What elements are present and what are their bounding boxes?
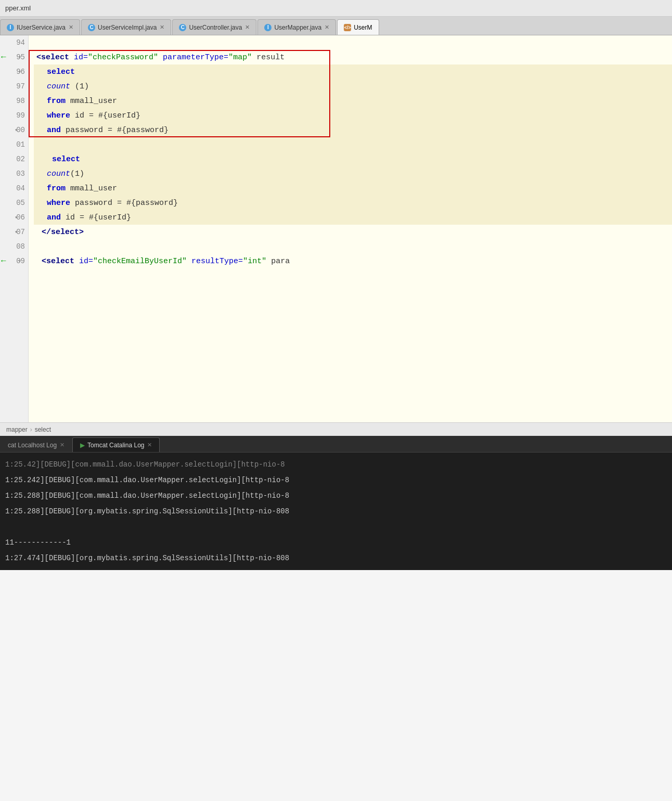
- breadcrumb-sep: ›: [30, 426, 32, 433]
- editor-area: 94 ← ▾ 95 ▾ 96 97 98 99: [0, 35, 672, 436]
- code-line-98: from mmall_user: [34, 94, 672, 108]
- kw-select-102: select: [52, 155, 80, 164]
- tab-icon-userserviceimpl: C: [88, 24, 95, 31]
- attr-result-109: resultType=: [191, 257, 243, 266]
- tab-bar: I IUserService.java ✕ C UserServiceImpl.…: [0, 17, 672, 35]
- play-icon-catalina: ▶: [80, 442, 85, 449]
- kw-count-97: count: [47, 82, 70, 91]
- arrow-109: ←: [1, 256, 6, 266]
- code-line-97: count (1): [34, 79, 672, 94]
- tab-catalina-log-close[interactable]: ✕: [147, 442, 152, 448]
- line-row-104: 04: [0, 181, 28, 196]
- code-line-103: count (1): [34, 166, 672, 181]
- line-row-96: ▾ 96: [0, 64, 28, 79]
- kw-select-96: select: [47, 68, 75, 76]
- code-line-96: select: [34, 64, 672, 79]
- title-text: pper.xml: [5, 4, 31, 12]
- log-line-1: 1:25.242][DEBUG][com.mmall.dao.UserMappe…: [5, 472, 667, 488]
- tab-label-usermapper: UserMapper.java: [274, 24, 321, 31]
- fold-106[interactable]: ▾: [15, 214, 18, 221]
- breadcrumb-bar: mapper › select: [0, 422, 672, 436]
- code-line-94: [34, 35, 672, 50]
- kw-where-99: where: [47, 111, 70, 120]
- tab-label-iuserservice: IUserService.java: [17, 24, 66, 31]
- fold-107[interactable]: ▾: [15, 229, 18, 235]
- log-line-4: 1:27.474][DEBUG][org.mybatis.spring.SqlS…: [5, 550, 667, 566]
- line-num-108: 08: [16, 242, 25, 251]
- kw-where-105: where: [47, 199, 70, 208]
- breadcrumb-mapper: mapper: [6, 426, 28, 433]
- tab-close-usermapper[interactable]: ✕: [325, 24, 329, 31]
- tab-icon-iuserservice: I: [7, 24, 14, 31]
- log-line-2: 1:25.288][DEBUG][com.mmall.dao.UserMappe…: [5, 488, 667, 503]
- line-row-95: ← ▾ 95: [0, 50, 28, 64]
- line-num-102: 02: [16, 155, 25, 163]
- code-container: 94 ← ▾ 95 ▾ 96 97 98 99: [0, 35, 672, 422]
- fold-95[interactable]: ▾: [18, 54, 21, 60]
- line-row-101: 01: [0, 137, 28, 152]
- log-line-0: 1:25.42][DEBUG][com.mmall.dao.UserMapper…: [5, 457, 667, 472]
- code-line-99: where id = #{userId}: [34, 108, 672, 123]
- line-row-108: 08: [0, 239, 28, 254]
- line-row-100: ▾ 00: [0, 123, 28, 137]
- log-content: 1:25.42][DEBUG][com.mmall.dao.UserMapper…: [0, 453, 672, 570]
- code-line-107: </select>: [34, 225, 672, 239]
- line-row-99: 99: [0, 108, 28, 123]
- code-line-102: select: [34, 152, 672, 166]
- fold-96[interactable]: ▾: [18, 69, 21, 75]
- tag-open-95: <select: [36, 53, 69, 62]
- tab-label-usermxml: UserM: [354, 24, 372, 31]
- line-row-106: ▾ 06: [0, 210, 28, 225]
- tab-catalina-log-label: Tomcat Catalina Log: [87, 442, 144, 449]
- kw-from-98: from: [47, 97, 66, 106]
- title-bar: pper.xml: [0, 0, 672, 17]
- code-line-95: <select id="checkPassword" parameterType…: [34, 50, 672, 64]
- attr-paramtype-95: parameterType=: [163, 53, 228, 62]
- kw-count-103: count: [47, 170, 70, 178]
- log-line-separator: 11------------1: [5, 535, 667, 550]
- code-line-101: [34, 137, 672, 152]
- line-num-97: 97: [16, 82, 25, 91]
- line-row-97: 97: [0, 79, 28, 94]
- code-line-109: <select id="checkEmailByUserId" resultTy…: [34, 254, 672, 268]
- line-num-105: 05: [16, 199, 25, 207]
- tab-label-usercontroller: UserController.java: [189, 24, 242, 31]
- kw-from-104: from: [47, 184, 66, 193]
- tab-localhost-log-label: cat Localhost Log: [8, 442, 57, 449]
- line-num-103: 03: [16, 170, 25, 178]
- line-num-94: 94: [16, 38, 25, 47]
- kw-and-106: and: [47, 213, 61, 222]
- tab-localhost-log[interactable]: cat Localhost Log ✕: [0, 437, 72, 452]
- fold-100[interactable]: ▾: [15, 127, 18, 133]
- code-line-100: and password = #{password}: [34, 123, 672, 137]
- code-line-108: [34, 239, 672, 254]
- code-line-105: where password = #{password}: [34, 196, 672, 210]
- tab-catalina-log[interactable]: ▶ Tomcat Catalina Log ✕: [72, 437, 160, 452]
- tab-localhost-log-close[interactable]: ✕: [60, 442, 64, 448]
- code-content: <select id="checkPassword" parameterType…: [29, 35, 672, 422]
- line-row-103: 03: [0, 166, 28, 181]
- tab-usermapper[interactable]: I UserMapper.java ✕: [257, 19, 336, 35]
- tab-icon-usermapper: I: [264, 24, 272, 31]
- tab-icon-usermxml: </>: [344, 24, 351, 31]
- fold-109[interactable]: ▾: [18, 258, 21, 264]
- line-row-107: ▾ 07: [0, 225, 28, 239]
- arrow-95: ←: [1, 53, 6, 62]
- log-line-blank: [5, 519, 667, 535]
- line-row-98: 98: [0, 94, 28, 108]
- tab-close-iuserservice[interactable]: ✕: [69, 24, 73, 31]
- code-line-106: and id = #{userId}: [34, 210, 672, 225]
- tab-close-usercontroller[interactable]: ✕: [245, 24, 250, 31]
- kw-and-100: and: [47, 126, 61, 135]
- tab-iuserservice[interactable]: I IUserService.java ✕: [0, 19, 80, 35]
- tab-close-userserviceimpl[interactable]: ✕: [160, 24, 164, 31]
- tag-close-107: </select>: [42, 228, 84, 237]
- tab-usercontroller[interactable]: C UserController.java ✕: [172, 19, 256, 35]
- tab-usermxml[interactable]: </> UserM: [337, 19, 379, 35]
- bottom-panel: cat Localhost Log ✕ ▶ Tomcat Catalina Lo…: [0, 436, 672, 570]
- log-line-3: 1:25.288][DEBUG][org.mybatis.spring.SqlS…: [5, 503, 667, 519]
- code-line-104: from mmall_user: [34, 181, 672, 196]
- tab-userserviceimpl[interactable]: C UserServiceImpl.java ✕: [81, 19, 171, 35]
- attr-id-95: id=: [74, 53, 88, 62]
- line-num-101: 01: [16, 140, 25, 149]
